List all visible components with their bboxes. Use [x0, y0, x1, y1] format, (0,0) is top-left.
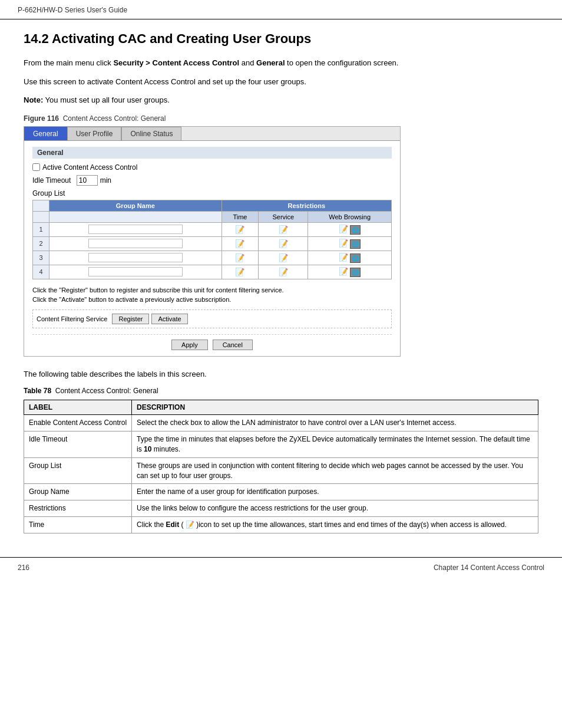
active-cac-checkbox[interactable]: [32, 163, 40, 171]
row3-name-input[interactable]: [88, 253, 183, 262]
idle-timeout-unit: min: [100, 176, 111, 185]
desc-table: LABEL DESCRIPTION Enable Content Access …: [24, 400, 538, 533]
group-list-label: Group List: [32, 189, 392, 197]
row4-time-icon[interactable]: 📝: [235, 268, 244, 276]
section-header: General: [32, 147, 392, 159]
th-restrictions: Restrictions: [222, 200, 391, 211]
row2-num: 2: [33, 236, 49, 251]
row4-service: 📝: [259, 265, 308, 279]
page-header: P-662H/HW-D Series User's Guide: [0, 0, 562, 19]
note-bold: Note:: [24, 95, 43, 104]
cancel-button[interactable]: Cancel: [213, 340, 253, 350]
row3-name: [49, 251, 222, 265]
desc-label-restrictions: Restrictions: [24, 500, 132, 517]
desc-desc-idle: Type the time in minutes that elapses be…: [132, 431, 538, 458]
row1-web-edit-icon[interactable]: 📝: [339, 225, 348, 233]
desc-desc-time: Click the Edit ( 📝 )icon to set up the t…: [132, 516, 538, 533]
th-group-name: Group Name: [49, 200, 222, 211]
row1-service-icon[interactable]: 📝: [279, 225, 288, 234]
col-desc-header: DESCRIPTION: [132, 400, 538, 415]
row4-num: 4: [33, 265, 49, 279]
desc-row-time: Time Click the Edit ( 📝 )icon to set up …: [24, 516, 538, 533]
checkbox-row: Active Content Access Control: [32, 163, 392, 172]
desc-desc-enable: Select the check box to allow the LAN ad…: [132, 415, 538, 431]
bold-general: General: [256, 58, 285, 67]
desc-desc-restrictions: Use the links below to configure the acc…: [132, 500, 538, 517]
table-row: 1 📝 📝 📝 🌐: [33, 222, 392, 236]
row2-time-icon[interactable]: 📝: [235, 239, 244, 248]
th-web-browsing: Web Browsing: [308, 211, 392, 222]
th-num: [33, 200, 49, 211]
active-cac-label: Active Content Access Control: [42, 163, 137, 172]
row2-name-input[interactable]: [88, 239, 183, 248]
desc-row-grouplist: Group List These groups are used in conj…: [24, 457, 538, 484]
desc-desc-grouplist: These groups are used in conjunction wit…: [132, 457, 538, 484]
th-service: Service: [259, 211, 308, 222]
row4-name-input[interactable]: [88, 267, 183, 276]
col-label-header: LABEL: [24, 400, 132, 415]
chapter-title: 14.2 Activating CAC and Creating User Gr…: [24, 31, 538, 47]
ui-screenshot-box: General User Profile Online Status Gener…: [24, 126, 401, 357]
desc-desc-groupname: Enter the name of a user group for ident…: [132, 484, 538, 500]
following-table-text: The following table describes the labels…: [24, 368, 538, 380]
row3-web-browse-icon[interactable]: 🌐: [350, 253, 361, 263]
th-gname-sub: [49, 211, 222, 222]
paragraph-1: From the main menu click Security > Cont…: [24, 57, 538, 69]
desc-label-idle: Idle Timeout: [24, 431, 132, 458]
row1-name-input[interactable]: [88, 225, 183, 234]
footer-chapter: Chapter 14 Content Access Control: [434, 564, 544, 572]
desc-label-time: Time: [24, 516, 132, 533]
bold-10: 10: [144, 445, 151, 453]
figure-label: Figure 116 Content Access Control: Gener…: [24, 114, 538, 123]
footer-page-number: 216: [18, 564, 29, 572]
row1-name: [49, 222, 222, 236]
row3-service: 📝: [259, 251, 308, 265]
row2-service: 📝: [259, 236, 308, 251]
row4-web-browse-icon[interactable]: 🌐: [350, 268, 361, 277]
group-table: Group Name Restrictions Time Service Web…: [32, 200, 392, 279]
row2-web: 📝 🌐: [308, 236, 392, 251]
th-time: Time: [222, 211, 259, 222]
tab-online-status[interactable]: Online Status: [121, 127, 181, 140]
row2-service-icon[interactable]: 📝: [279, 239, 288, 248]
row1-web-browse-icon[interactable]: 🌐: [350, 225, 361, 235]
row4-web-edit-icon[interactable]: 📝: [339, 267, 348, 276]
ui-inner: General Active Content Access Control Id…: [24, 141, 400, 356]
row3-service-icon[interactable]: 📝: [279, 253, 288, 262]
page-footer: 216 Chapter 14 Content Access Control: [0, 557, 562, 578]
cfs-note-line1: Click the "Register" button to register …: [32, 285, 392, 295]
row4-service-icon[interactable]: 📝: [279, 268, 288, 276]
row2-web-edit-icon[interactable]: 📝: [339, 239, 348, 248]
table-row: 3 📝 📝 📝 🌐: [33, 251, 392, 265]
idle-timeout-label: Idle Timeout: [32, 176, 73, 185]
activate-button[interactable]: Activate: [151, 314, 187, 324]
figure-caption: Content Access Control: General: [63, 114, 166, 123]
row3-num: 3: [33, 251, 49, 265]
row1-time-icon[interactable]: 📝: [235, 225, 244, 234]
desc-row-restrictions: Restrictions Use the links below to conf…: [24, 500, 538, 517]
figure-label-bold: Figure 116: [24, 114, 59, 123]
row4-web: 📝 🌐: [308, 265, 392, 279]
cfs-note-line2: Click the "Activate" button to activate …: [32, 295, 392, 305]
table-row: 4 📝 📝 📝 🌐: [33, 265, 392, 279]
tab-general[interactable]: General: [24, 127, 67, 140]
register-button[interactable]: Register: [112, 314, 149, 324]
bold-security: Security > Content Access Control: [113, 58, 239, 67]
th-num-sub: [33, 211, 49, 222]
table-caption: Content Access Control: General: [55, 387, 158, 395]
row3-web-edit-icon[interactable]: 📝: [339, 253, 348, 262]
tab-bar: General User Profile Online Status: [24, 127, 400, 141]
row2-web-browse-icon[interactable]: 🌐: [350, 239, 361, 249]
idle-timeout-input[interactable]: [77, 175, 98, 186]
apply-button[interactable]: Apply: [171, 340, 208, 350]
main-content: 14.2 Activating CAC and Creating User Gr…: [0, 19, 562, 545]
row1-service: 📝: [259, 222, 308, 236]
row1-web: 📝 🌐: [308, 222, 392, 236]
apply-cancel-row: Apply Cancel: [32, 334, 392, 350]
table-label: Table 78 Content Access Control: General: [24, 387, 538, 395]
row1-num: 1: [33, 222, 49, 236]
row3-time-icon[interactable]: 📝: [235, 253, 244, 262]
tab-user-profile[interactable]: User Profile: [67, 127, 122, 140]
desc-label-enable: Enable Content Access Control: [24, 415, 132, 431]
row1-time: 📝: [222, 222, 259, 236]
